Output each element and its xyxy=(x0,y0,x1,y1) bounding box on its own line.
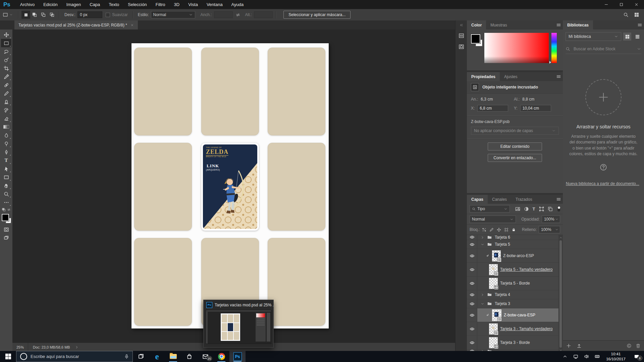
panel-menu-button[interactable] xyxy=(554,72,563,81)
filter-pixel-layers-icon[interactable] xyxy=(515,206,520,212)
layer-thumbnail[interactable] xyxy=(492,250,501,261)
chevron-down-icon[interactable] xyxy=(637,47,641,51)
swap-dimensions-icon[interactable] xyxy=(235,12,240,17)
x-position-input[interactable] xyxy=(477,105,508,112)
hue-strip[interactable] xyxy=(551,33,557,63)
blend-mode-select[interactable]: Normal xyxy=(470,216,516,223)
eraser-tool[interactable] xyxy=(1,114,11,123)
layer-visibility-toggle[interactable] xyxy=(467,249,477,262)
drop-target-circle[interactable] xyxy=(585,79,622,115)
scroll-up-icon[interactable] xyxy=(559,236,562,239)
library-select[interactable]: Mi biblioteca xyxy=(566,32,621,41)
grid-view-button[interactable] xyxy=(623,33,631,41)
taskbar-clock[interactable]: 10:41 16/10/2017 xyxy=(602,352,629,361)
menu-item-archivo[interactable]: Archivo xyxy=(16,0,39,9)
selection-mode-add-button[interactable] xyxy=(30,11,39,19)
tab-color[interactable]: Color xyxy=(467,20,486,29)
panel-menu-button[interactable] xyxy=(554,195,563,204)
scrollbar-thumb[interactable] xyxy=(559,240,562,348)
move-tool[interactable] xyxy=(1,31,11,39)
minimize-button[interactable] xyxy=(599,0,614,9)
search-icon[interactable] xyxy=(623,12,629,17)
list-view-button[interactable] xyxy=(633,33,641,41)
crop-tool[interactable] xyxy=(1,64,11,72)
layer-visibility-toggle[interactable] xyxy=(467,336,477,349)
filter-toggle-switch[interactable] xyxy=(557,206,560,212)
group-expand-chevron-icon[interactable] xyxy=(481,293,484,297)
filter-type-layers-icon[interactable]: T xyxy=(533,206,535,212)
layer-name[interactable]: Tarjeta 5 xyxy=(495,242,510,247)
feather-input[interactable] xyxy=(77,11,102,18)
tab-capas[interactable]: Capas xyxy=(467,195,488,204)
photoshop-taskbar-button[interactable]: Ps xyxy=(229,351,246,362)
sync-upload-icon[interactable] xyxy=(577,343,582,348)
layer-name[interactable]: Tarjeta 5 - Tamaño verdadero xyxy=(500,267,553,272)
layer-thumbnail[interactable] xyxy=(492,309,501,321)
layer-name[interactable]: Tarjeta 4 xyxy=(495,292,510,297)
path-selection-tool[interactable] xyxy=(1,165,11,173)
layer-visibility-toggle[interactable] xyxy=(467,277,477,290)
expand-panels-icon[interactable] xyxy=(460,23,464,27)
layer-name[interactable]: Tarjeta 3 - Tamaño verdadero xyxy=(500,326,553,331)
stock-search-input[interactable] xyxy=(573,46,634,52)
lock-transparent-pixels-icon[interactable] xyxy=(482,228,486,232)
group-collapse-chevron-icon[interactable] xyxy=(481,243,484,246)
layer-thumbnail[interactable] xyxy=(489,337,498,348)
type-tool[interactable]: T xyxy=(1,156,11,165)
group-collapse-chevron-icon[interactable] xyxy=(481,302,484,306)
collapsed-clone-source-panel-button[interactable] xyxy=(457,42,466,51)
tab-bibliotecas[interactable]: Bibliotecas xyxy=(563,20,593,29)
style-select[interactable]: Normal xyxy=(151,11,195,18)
filter-smart-objects-icon[interactable] xyxy=(548,206,553,212)
antialias-checkbox[interactable] xyxy=(106,13,110,17)
start-button[interactable] xyxy=(0,351,16,362)
selection-mode-new-button[interactable] xyxy=(21,11,30,19)
mail-button[interactable]: 25 xyxy=(197,351,213,362)
menu-item-filtro[interactable]: Filtro xyxy=(151,0,170,9)
fill-field[interactable]: 100% xyxy=(539,226,560,233)
volume-button[interactable] xyxy=(581,351,592,362)
opacity-field[interactable]: 100% xyxy=(542,216,560,223)
menu-item-imagen[interactable]: Imagen xyxy=(62,0,85,9)
layer-name[interactable]: Tarjeta 5 - Borde xyxy=(500,281,530,286)
foreground-color-swatch[interactable] xyxy=(2,214,9,221)
taskbar-search-box[interactable]: Escribe aquí para buscar xyxy=(16,351,133,362)
group-expand-chevron-icon[interactable] xyxy=(481,236,484,239)
lock-image-pixels-icon[interactable] xyxy=(489,228,494,232)
tab-ajustes[interactable]: Ajustes xyxy=(500,72,522,81)
y-position-input[interactable] xyxy=(520,105,551,112)
action-center-button[interactable]: 8 xyxy=(629,351,644,362)
delete-asset-icon[interactable] xyxy=(636,343,641,348)
workspace-switcher-icon[interactable] xyxy=(634,12,639,17)
layer-visibility-toggle[interactable] xyxy=(467,299,477,308)
menu-item-selección[interactable]: Selección xyxy=(123,0,151,9)
menu-item-vista[interactable]: Vista xyxy=(184,0,202,9)
dodge-tool[interactable] xyxy=(1,139,11,148)
task-view-button[interactable] xyxy=(133,351,149,362)
layer-visibility-toggle[interactable] xyxy=(467,290,477,299)
document-tab[interactable]: Tarjetas vacías mod.psd al 25% (Z-botw-c… xyxy=(14,20,138,29)
layer-visibility-toggle[interactable] xyxy=(467,322,477,336)
select-and-mask-button[interactable]: Seleccionar y aplicar máscara... xyxy=(283,11,351,19)
layer-row-tarjeta-3-borde[interactable]: Tarjeta 3 - Borde xyxy=(467,336,563,350)
layer-visibility-toggle[interactable] xyxy=(467,240,477,249)
layer-row-tarjeta-3[interactable]: Tarjeta 3 xyxy=(467,299,563,308)
selection-mode-intersect-button[interactable] xyxy=(48,11,56,19)
preview-thumbnail[interactable] xyxy=(206,310,271,344)
collapsed-history-panel-button[interactable] xyxy=(457,31,466,40)
maximize-button[interactable] xyxy=(614,0,629,9)
spot-healing-brush-tool[interactable] xyxy=(1,81,11,89)
new-library-link[interactable]: Nueva biblioteca a partir de documento..… xyxy=(563,181,639,186)
color-saturation-field[interactable] xyxy=(484,33,549,63)
edit-contents-button[interactable]: Editar contenido xyxy=(488,142,542,150)
panel-menu-button[interactable] xyxy=(635,20,644,29)
tab-trazados[interactable]: Trazados xyxy=(511,195,537,204)
lasso-tool[interactable] xyxy=(1,47,11,56)
add-asset-icon[interactable] xyxy=(566,343,571,348)
taskbar-preview-popup[interactable]: Ps Tarjetas vacías mod.psd al 25% ... xyxy=(203,300,274,348)
selection-mode-subtract-button[interactable] xyxy=(39,11,48,19)
chrome-button[interactable] xyxy=(213,351,229,362)
layer-row-tarjeta-5[interactable]: Tarjeta 5 xyxy=(467,240,563,249)
blur-tool[interactable] xyxy=(1,131,11,139)
layer-row-tarjeta-4[interactable]: Tarjeta 4 xyxy=(467,290,563,299)
